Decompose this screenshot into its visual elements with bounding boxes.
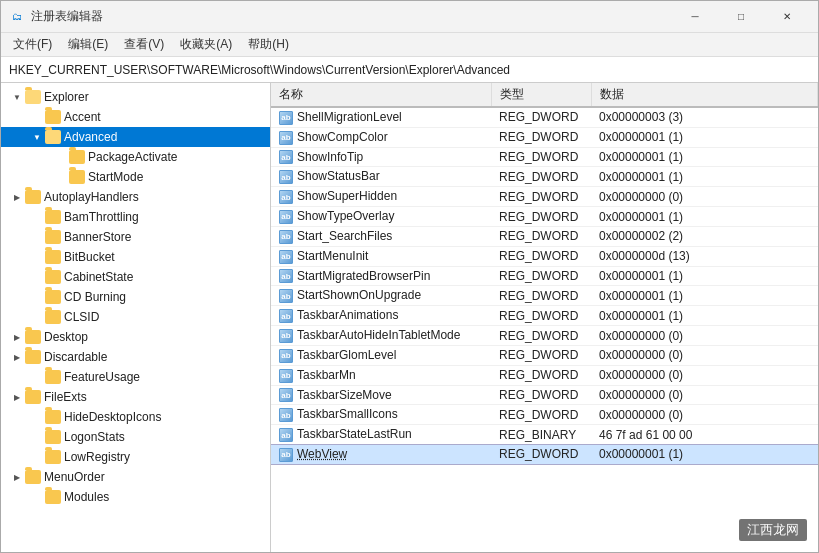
tree-item-bitbucket[interactable]: ▶ BitBucket — [1, 247, 270, 267]
registry-value-icon: ab — [279, 309, 293, 323]
tree-item-menuorder[interactable]: ▶ MenuOrder — [1, 467, 270, 487]
tree-item-hidedesktoicons[interactable]: ▶ HideDesktopIcons — [1, 407, 270, 427]
close-button[interactable]: ✕ — [764, 1, 810, 33]
table-row[interactable]: abTaskbarSmallIconsREG_DWORD0x00000000 (… — [271, 405, 818, 425]
registry-value-icon: ab — [279, 250, 293, 264]
tree-item-bamthrottling[interactable]: ▶ BamThrottling — [1, 207, 270, 227]
tree-panel[interactable]: ▼ Explorer ▶ Accent ▼ Advanced — [1, 83, 271, 552]
cell-name: abTaskbarAnimations — [271, 306, 491, 326]
tree-item-cabinetstate[interactable]: ▶ CabinetState — [1, 267, 270, 287]
table-row[interactable]: abTaskbarMnREG_DWORD0x00000000 (0) — [271, 365, 818, 385]
menu-favorites[interactable]: 收藏夹(A) — [172, 34, 240, 55]
tree-item-packageactivate[interactable]: ▶ PackageActivate — [1, 147, 270, 167]
expander-fileexts: ▶ — [9, 389, 25, 405]
table-row[interactable]: abTaskbarGlomLevelREG_DWORD0x00000000 (0… — [271, 345, 818, 365]
menu-edit[interactable]: 编辑(E) — [60, 34, 116, 55]
table-row[interactable]: abShowTypeOverlayREG_DWORD0x00000001 (1) — [271, 207, 818, 227]
tree-item-featureusage[interactable]: ▶ FeatureUsage — [1, 367, 270, 387]
registry-value-icon: ab — [279, 349, 293, 363]
cell-data: 0x00000001 (1) — [591, 207, 818, 227]
table-row[interactable]: abTaskbarSizeMoveREG_DWORD0x00000000 (0) — [271, 385, 818, 405]
cell-name: abShowCompColor — [271, 127, 491, 147]
tree-item-advanced[interactable]: ▼ Advanced — [1, 127, 270, 147]
tree-item-lowregistry[interactable]: ▶ LowRegistry — [1, 447, 270, 467]
tree-label-discardable: Discardable — [44, 350, 107, 364]
registry-value-icon: ab — [279, 131, 293, 145]
folder-icon-autoplayhandlers — [25, 190, 41, 204]
menu-file[interactable]: 文件(F) — [5, 34, 60, 55]
tree-label-startmode: StartMode — [88, 170, 143, 184]
tree-item-explorer[interactable]: ▼ Explorer — [1, 87, 270, 107]
table-row[interactable]: abStartMigratedBrowserPinREG_DWORD0x0000… — [271, 266, 818, 286]
folder-icon-logonstats — [45, 430, 61, 444]
tree-item-cdburning[interactable]: ▶ CD Burning — [1, 287, 270, 307]
tree-item-discardable[interactable]: ▶ Discardable — [1, 347, 270, 367]
registry-value-icon: ab — [279, 408, 293, 422]
cell-type: REG_DWORD — [491, 326, 591, 346]
folder-icon-discardable — [25, 350, 41, 364]
table-row[interactable]: abTaskbarAutoHideInTabletModeREG_DWORD0x… — [271, 326, 818, 346]
tree-item-fileexts[interactable]: ▶ FileExts — [1, 387, 270, 407]
tree-label-lowregistry: LowRegistry — [64, 450, 130, 464]
tree-item-logonstats[interactable]: ▶ LogonStats — [1, 427, 270, 447]
col-header-data[interactable]: 数据 — [591, 83, 818, 107]
tree-item-desktop[interactable]: ▶ Desktop — [1, 327, 270, 347]
table-row[interactable]: abStartMenuInitREG_DWORD0x0000000d (13) — [271, 246, 818, 266]
menu-view[interactable]: 查看(V) — [116, 34, 172, 55]
registry-value-name: ShowCompColor — [297, 130, 388, 144]
folder-icon-startmode — [69, 170, 85, 184]
tree-label-explorer: Explorer — [44, 90, 89, 104]
col-header-name[interactable]: 名称 — [271, 83, 491, 107]
menu-help[interactable]: 帮助(H) — [240, 34, 297, 55]
table-row[interactable]: abStartShownOnUpgradeREG_DWORD0x00000001… — [271, 286, 818, 306]
table-row[interactable]: abStart_SearchFilesREG_DWORD0x00000002 (… — [271, 226, 818, 246]
cell-type: REG_DWORD — [491, 445, 591, 465]
maximize-button[interactable]: □ — [718, 1, 764, 33]
cell-name: abStart_SearchFiles — [271, 226, 491, 246]
folder-icon-fileexts — [25, 390, 41, 404]
registry-value-name: TaskbarAutoHideInTabletMode — [297, 328, 460, 342]
registry-value-name: ShowInfoTip — [297, 150, 363, 164]
folder-icon-lowregistry — [45, 450, 61, 464]
folder-icon-cabinetstate — [45, 270, 61, 284]
expander-autoplayhandlers: ▶ — [9, 189, 25, 205]
table-row[interactable]: abTaskbarAnimationsREG_DWORD0x00000001 (… — [271, 306, 818, 326]
tree-item-accent[interactable]: ▶ Accent — [1, 107, 270, 127]
tree-label-clsid: CLSID — [64, 310, 99, 324]
cell-data: 0x00000001 (1) — [591, 306, 818, 326]
table-row[interactable]: abShowSuperHiddenREG_DWORD0x00000000 (0) — [271, 187, 818, 207]
tree-label-desktop: Desktop — [44, 330, 88, 344]
cell-data: 0x0000000d (13) — [591, 246, 818, 266]
table-row[interactable]: abShowInfoTipREG_DWORD0x00000001 (1) — [271, 147, 818, 167]
cell-name: abShowStatusBar — [271, 167, 491, 187]
col-header-type[interactable]: 类型 — [491, 83, 591, 107]
tree-item-clsid[interactable]: ▶ CLSID — [1, 307, 270, 327]
registry-value-name: TaskbarSizeMove — [297, 388, 392, 402]
cell-name: abTaskbarGlomLevel — [271, 345, 491, 365]
cell-data: 0x00000002 (2) — [591, 226, 818, 246]
expander-advanced: ▼ — [29, 129, 45, 145]
table-row[interactable]: abTaskbarStateLastRunREG_BINARY46 7f ad … — [271, 425, 818, 445]
tree-item-autoplayhandlers[interactable]: ▶ AutoplayHandlers — [1, 187, 270, 207]
table-row[interactable]: abShowStatusBarREG_DWORD0x00000001 (1) — [271, 167, 818, 187]
registry-value-name: StartMenuInit — [297, 249, 368, 263]
cell-data: 0x00000000 (0) — [591, 405, 818, 425]
cell-type: REG_DWORD — [491, 286, 591, 306]
table-row[interactable]: abShowCompColorREG_DWORD0x00000001 (1) — [271, 127, 818, 147]
table-row[interactable]: abShellMigrationLevelREG_DWORD0x00000003… — [271, 107, 818, 127]
table-row[interactable]: abWebViewREG_DWORD0x00000001 (1) — [271, 445, 818, 465]
cell-data: 0x00000001 (1) — [591, 127, 818, 147]
tree-item-bannerstore[interactable]: ▶ BannerStore — [1, 227, 270, 247]
address-text: HKEY_CURRENT_USER\SOFTWARE\Microsoft\Win… — [9, 63, 510, 77]
tree-label-fileexts: FileExts — [44, 390, 87, 404]
minimize-button[interactable]: ─ — [672, 1, 718, 33]
cell-name: abShowSuperHidden — [271, 187, 491, 207]
tree-item-modules[interactable]: ▶ Modules — [1, 487, 270, 507]
registry-value-icon: ab — [279, 210, 293, 224]
registry-value-icon: ab — [279, 448, 293, 462]
cell-type: REG_DWORD — [491, 127, 591, 147]
folder-icon-bannerstore — [45, 230, 61, 244]
tree-item-startmode[interactable]: ▶ StartMode — [1, 167, 270, 187]
folder-icon-bamthrottling — [45, 210, 61, 224]
detail-panel[interactable]: 名称 类型 数据 abShellMigrationLevelREG_DWORD0… — [271, 83, 818, 552]
